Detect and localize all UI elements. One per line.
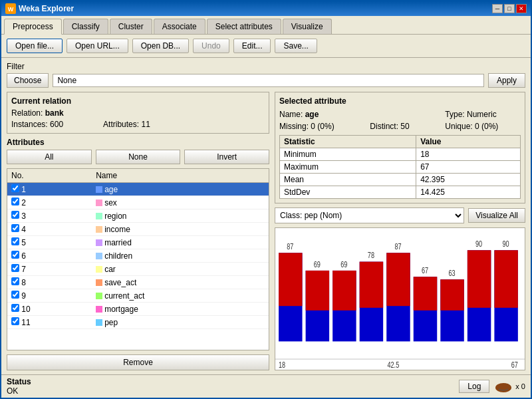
svg-text:69: 69 [340, 259, 347, 269]
attr-missing-label: Missing: 0 (0%) [279, 122, 356, 131]
table-row[interactable]: 11 pep [7, 316, 269, 329]
color-indicator [96, 266, 102, 273]
svg-text:90: 90 [503, 239, 509, 249]
svg-text:W: W [8, 6, 14, 13]
invert-selection-button[interactable]: Invert [184, 150, 269, 164]
minimize-button[interactable]: ─ [492, 4, 503, 13]
table-row[interactable]: 8 save_act [7, 276, 269, 289]
log-button[interactable]: Log [459, 380, 489, 393]
attr-name-label: Name: age [279, 110, 356, 119]
open-file-button[interactable]: Open file... [7, 39, 63, 53]
filter-section: Filter Choose None Apply [7, 62, 525, 88]
open-db-button[interactable]: Open DB... [132, 39, 189, 53]
col-header-no: No. [7, 169, 92, 183]
status-left: Status OK [7, 377, 31, 396]
table-row[interactable]: 4 income [7, 223, 269, 236]
app-icon: W [5, 3, 16, 14]
attr-checkbox[interactable] [11, 211, 19, 219]
color-indicator [96, 279, 102, 286]
filter-label: Filter [7, 62, 525, 71]
attr-type-label: Type: Numeric [445, 110, 521, 119]
stats-row: Maximum 67 [280, 161, 521, 174]
attr-checkbox[interactable] [11, 291, 19, 299]
col-header-name: Name [92, 169, 269, 183]
attr-spacer [370, 110, 432, 119]
svg-rect-18 [467, 250, 491, 308]
attributes-title: Attributes [7, 138, 269, 147]
svg-rect-19 [494, 250, 517, 308]
filter-row: Choose None Apply [7, 73, 525, 88]
main-window: W Weka Explorer ─ □ ✕ Preprocess Classif… [0, 0, 532, 399]
attr-checkbox[interactable] [11, 224, 19, 232]
color-indicator [96, 319, 102, 326]
table-row[interactable]: 7 car [7, 263, 269, 276]
svg-rect-13 [332, 271, 356, 311]
visualize-all-button[interactable]: Visualize All [468, 208, 525, 223]
class-selector-row: Class: pep (Nom) Visualize All [275, 207, 525, 223]
attributes-table-container[interactable]: No. Name 1 age 2 sex 3 region 4 [7, 168, 269, 350]
color-indicator [96, 226, 102, 233]
attr-checkbox[interactable] [11, 304, 19, 312]
main-content: Filter Choose None Apply Current relatio… [1, 58, 531, 374]
table-row[interactable]: 1 age [7, 183, 269, 196]
filter-apply-button[interactable]: Apply [488, 73, 525, 88]
svg-text:87: 87 [287, 242, 293, 251]
svg-rect-16 [414, 277, 437, 311]
svg-point-33 [495, 383, 511, 392]
attribute-buttons: All None Invert [7, 150, 269, 164]
tab-cluster[interactable]: Cluster [110, 19, 152, 34]
svg-text:78: 78 [368, 251, 374, 260]
attr-checkbox[interactable] [11, 198, 19, 205]
attr-checkbox[interactable] [11, 264, 19, 272]
toolbar: Open file... Open URL... Open DB... Undo… [1, 35, 531, 58]
table-row[interactable]: 5 married [7, 236, 269, 249]
tab-preprocess[interactable]: Preprocess [4, 19, 62, 35]
edit-button[interactable]: Edit... [233, 39, 271, 53]
title-bar: W Weka Explorer ─ □ ✕ [1, 1, 531, 16]
attr-checkbox[interactable] [11, 184, 19, 192]
current-relation-section: Current relation Relation: bank Instance… [7, 92, 269, 134]
tab-visualize[interactable]: Visualize [283, 19, 332, 34]
table-row[interactable]: 6 children [7, 249, 269, 263]
svg-rect-15 [386, 253, 410, 306]
table-row[interactable]: 2 sex [7, 196, 269, 209]
tab-bar: Preprocess Classify Cluster Associate Se… [1, 16, 531, 35]
attributes-info: Attributes: 11 [103, 120, 150, 129]
color-indicator [96, 253, 102, 259]
undo-button[interactable]: Undo [193, 39, 229, 53]
attr-checkbox[interactable] [11, 317, 19, 325]
tab-select-attributes[interactable]: Select attributes [207, 19, 281, 34]
color-indicator [96, 239, 102, 246]
class-select[interactable]: Class: pep (Nom) [275, 207, 464, 223]
current-relation-title: Current relation [11, 96, 265, 106]
tab-classify[interactable]: Classify [63, 19, 108, 34]
stats-row: Mean 42.395 [280, 174, 521, 186]
tab-associate[interactable]: Associate [154, 19, 205, 34]
filter-choose-button[interactable]: Choose [7, 73, 49, 88]
remove-button[interactable]: Remove [7, 354, 269, 370]
selected-attr-title: Selected attribute [279, 96, 521, 106]
svg-text:67: 67 [511, 360, 518, 370]
main-area: Current relation Relation: bank Instance… [7, 92, 525, 370]
svg-rect-11 [279, 253, 302, 306]
left-panel: Current relation Relation: bank Instance… [7, 92, 269, 370]
maximize-button[interactable]: □ [504, 4, 515, 13]
selected-attribute-section: Selected attribute Name: age Type: Numer… [275, 92, 525, 203]
open-url-button[interactable]: Open URL... [66, 39, 128, 53]
table-row[interactable]: 9 current_act [7, 289, 269, 303]
attr-checkbox[interactable] [11, 277, 19, 285]
save-button[interactable]: Save... [275, 39, 317, 53]
title-bar-left: W Weka Explorer [5, 3, 74, 14]
status-right: Log x 0 [459, 380, 525, 393]
attr-checkbox[interactable] [11, 237, 19, 245]
histogram-svg: 87 69 69 78 87 67 63 90 90 18 42.5 67 [275, 228, 525, 370]
select-all-button[interactable]: All [7, 150, 92, 164]
attr-checkbox[interactable] [11, 251, 19, 259]
relation-info-row2: Instances: 600 Attributes: 11 [11, 120, 265, 129]
close-button[interactable]: ✕ [516, 4, 527, 13]
attributes-section: Attributes All None Invert No. Name [7, 138, 269, 370]
table-row[interactable]: 3 region [7, 209, 269, 223]
color-indicator [96, 186, 102, 193]
table-row[interactable]: 10 mortgage [7, 303, 269, 316]
select-none-button[interactable]: None [96, 150, 181, 164]
